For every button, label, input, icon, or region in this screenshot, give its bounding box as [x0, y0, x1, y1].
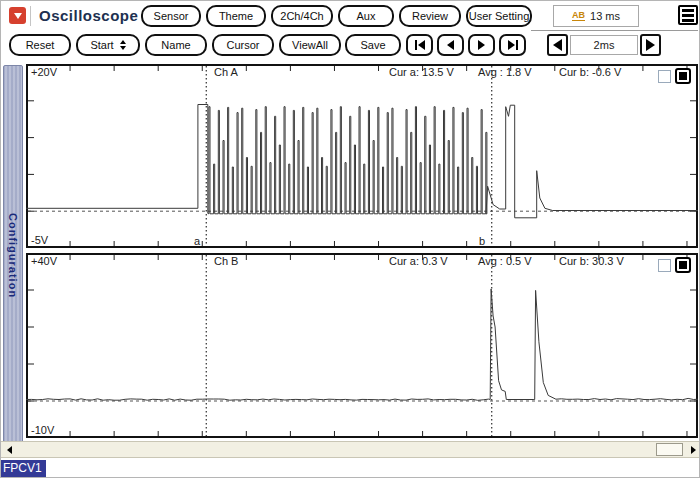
channel-a-name-label: Ch A: [214, 66, 238, 78]
horizontal-scrollbar[interactable]: [1, 441, 700, 458]
start-button[interactable]: Start: [76, 34, 140, 56]
viewall-button[interactable]: ViewAll: [279, 34, 341, 56]
skip-to-end-button[interactable]: [499, 34, 526, 56]
start-button-label: Start: [90, 39, 113, 51]
hamburger-menu-icon[interactable]: [678, 5, 698, 25]
cursor-time-display: AB 13 ms: [553, 5, 639, 27]
waveform-trace: [26, 105, 698, 218]
configuration-tab-label: Configuration: [7, 213, 19, 298]
channel-b-vbottom-label: -10V: [31, 424, 54, 436]
cursor-a-tag: a: [194, 235, 200, 247]
channel-b-checkbox-unchecked[interactable]: [658, 259, 671, 272]
right-triangle-icon: [646, 39, 655, 51]
timebase-increase-button[interactable]: [640, 34, 661, 56]
channel-b-vtop-label: +40V: [31, 255, 57, 267]
timebase-value: 2ms: [570, 35, 638, 55]
scroll-left-button[interactable]: [2, 443, 16, 457]
bar-glyph: [516, 40, 518, 50]
review-button[interactable]: Review: [399, 5, 461, 27]
reset-button[interactable]: Reset: [9, 34, 71, 56]
left-triangle-icon: [418, 40, 425, 50]
channel-b-cursor-b-readout: Cur b: 30.3 V: [559, 255, 624, 267]
channel-a-checkbox-unchecked[interactable]: [658, 70, 671, 83]
timebase-decrease-button[interactable]: [547, 34, 568, 56]
cursor-b-tag: b: [479, 235, 485, 247]
channel-a-plot[interactable]: +20V Ch A Cur a: 13.5 V Avg : 1.8 V Cur …: [26, 64, 698, 248]
menu-bar: [682, 19, 694, 22]
toolbar-second: Reset Start Name Cursor ViewAll Save 2ms: [1, 32, 700, 60]
cursor-button[interactable]: Cursor: [212, 34, 274, 56]
channel-b-name-label: Ch B: [214, 255, 238, 267]
menu-bar: [682, 9, 694, 12]
channel-a-cursor-a-readout: Cur a: 13.5 V: [389, 66, 454, 78]
aux-button[interactable]: Aux: [338, 5, 394, 27]
right-triangle-icon: [508, 40, 515, 50]
ab-cursor-icon: AB: [572, 11, 585, 21]
channel-b-cursor-a-readout: Cur a: 0.3 V: [389, 255, 448, 267]
ch-b-waveform-chart: [26, 253, 698, 438]
toolbar-divider: [531, 30, 698, 31]
channel-a-avg-readout: Avg : 1.8 V: [478, 66, 532, 78]
channel-b-avg-readout: Avg : 0.5 V: [478, 255, 532, 267]
cursor-time-value: 13 ms: [590, 10, 620, 22]
left-triangle-icon: [553, 39, 562, 51]
device-badge: FPCV1: [1, 460, 46, 477]
left-triangle-icon: [447, 40, 454, 50]
title-separator: [30, 6, 31, 26]
down-arrow-icon: [14, 13, 22, 19]
step-forward-button[interactable]: [468, 34, 495, 56]
channel-a-cursor-b-readout: Cur b: -0.6 V: [559, 66, 621, 78]
user-setting-button[interactable]: User Setting: [466, 5, 532, 27]
right-triangle-icon: [691, 446, 696, 454]
sensor-button[interactable]: Sensor: [141, 5, 201, 27]
toolbar-top: Oscilloscope Sensor Theme 2Ch/4Ch Aux Re…: [1, 3, 700, 31]
configuration-tab[interactable]: Configuration: [3, 65, 23, 446]
name-button[interactable]: Name: [145, 34, 207, 56]
right-triangle-icon: [478, 40, 485, 50]
bar-glyph: [415, 40, 417, 50]
channel-a-checkbox-checked[interactable]: [675, 68, 691, 84]
menu-bar: [682, 14, 694, 17]
app-title: Oscilloscope: [39, 7, 138, 24]
channel-a-vtop-label: +20V: [31, 66, 57, 78]
scrollbar-thumb[interactable]: [656, 443, 683, 456]
theme-button[interactable]: Theme: [206, 5, 266, 27]
app-menu-icon[interactable]: [9, 7, 26, 24]
skip-to-start-button[interactable]: [406, 34, 433, 56]
ch-a-waveform-chart: [26, 64, 698, 248]
left-triangle-icon: [7, 446, 12, 454]
channel-mode-button[interactable]: 2Ch/4Ch: [271, 5, 333, 27]
checkbox-fill: [679, 72, 687, 80]
save-button[interactable]: Save: [345, 34, 401, 56]
channel-a-vbottom-label: -5V: [31, 234, 48, 246]
channel-b-checkbox-checked[interactable]: [675, 257, 691, 273]
step-back-button[interactable]: [437, 34, 464, 56]
start-spinner-icon[interactable]: [120, 40, 126, 50]
checkbox-fill: [679, 261, 687, 269]
channel-b-plot[interactable]: +40V Ch B Cur a: 0.3 V Avg : 0.5 V Cur b…: [26, 253, 698, 438]
oscilloscope-window: Oscilloscope Sensor Theme 2Ch/4Ch Aux Re…: [0, 0, 700, 478]
waveform-trace: [26, 289, 698, 400]
scroll-right-button[interactable]: [686, 443, 700, 457]
